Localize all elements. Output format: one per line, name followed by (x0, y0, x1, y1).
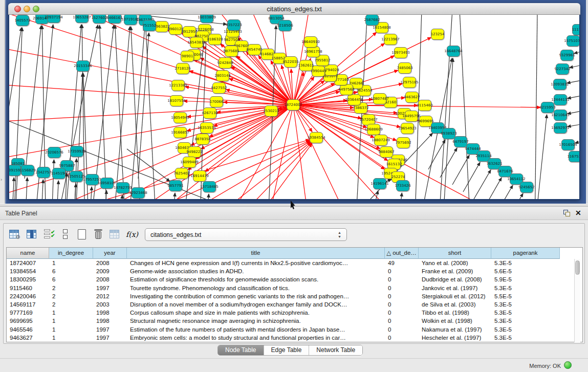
graph-node[interactable]: 9498222 (188, 146, 201, 158)
delete-trash-icon[interactable] (92, 228, 105, 241)
graph-node[interactable]: 9329961 (560, 50, 574, 61)
row-checklist-icon[interactable]: ✔ ✔ (43, 228, 56, 241)
graph-node[interactable]: 9242848 (219, 57, 232, 69)
graph-node[interactable]: 8938923 (442, 128, 455, 139)
graph-node[interactable]: 16961758 (307, 46, 320, 57)
graph-node[interactable]: 1527602 (93, 15, 106, 24)
table-settings-icon[interactable]: ⚙ (8, 228, 21, 241)
table-row[interactable]: 1456911722003Disruption of a novel membe… (7, 300, 560, 309)
graph-node[interactable]: 9857791 (169, 180, 182, 191)
column-header-short[interactable]: short (419, 248, 491, 259)
graph-node[interactable]: 16958107 (100, 178, 114, 189)
graph-node[interactable]: 12923468 (132, 187, 145, 199)
column-header-title[interactable]: title (127, 248, 385, 259)
graph-node[interactable]: 19166857 (173, 127, 187, 138)
table-row[interactable]: 2242004622012Investigating the contribut… (7, 292, 560, 300)
graph-node[interactable]: 16033809 (200, 15, 213, 23)
graph-node[interactable]: 2587682 (365, 15, 379, 26)
table-row[interactable]: 946554611997Estimation of the future num… (7, 325, 560, 334)
tab-node-table[interactable]: Node Table (218, 345, 264, 355)
table-row[interactable]: 1872400712008Changes of HCN gene express… (7, 259, 560, 267)
network-canvas[interactable]: 1872400779638228960128891295423226058982… (9, 15, 579, 199)
graph-node[interactable]: 15692971 (554, 122, 567, 134)
graph-node[interactable]: 7485063 (398, 62, 411, 74)
table-row[interactable]: 977716911998Corpus callosum shape and si… (7, 309, 560, 317)
column-header-name[interactable]: name (7, 248, 49, 259)
graph-node[interactable]: 98901 (181, 51, 194, 62)
graph-node[interactable]: 17016504 (561, 139, 575, 150)
graph-node[interactable]: 2530217 (265, 105, 278, 117)
table-row[interactable]: 911546021997Tourette syndrome. Phenomeno… (7, 284, 560, 292)
graph-node[interactable]: 18724007 (287, 99, 300, 111)
table-row[interactable]: 1938455462009Genome-wide association stu… (7, 267, 560, 275)
select-columns-icon[interactable] (26, 228, 39, 241)
graph-node[interactable]: 15718485 (203, 181, 216, 192)
window-titlebar[interactable]: citations_edges.txt (8, 3, 580, 15)
graph-node[interactable]: 14196141 (373, 178, 386, 189)
graph-node[interactable]: 20364456 (347, 94, 361, 105)
graph-node[interactable]: 6794028 (324, 64, 338, 76)
graph-node[interactable]: 8454749 (248, 44, 261, 55)
graph-node[interactable]: 18640910 (304, 36, 317, 48)
function-builder-icon[interactable]: f(x) (126, 228, 139, 241)
graph-node[interactable]: 8215953 (541, 102, 554, 113)
memory-status-icon[interactable] (564, 361, 572, 369)
new-document-icon[interactable] (76, 228, 89, 241)
graph-node[interactable]: 1156829 (21, 165, 34, 176)
graph-node[interactable]: 1145194 (52, 168, 66, 179)
column-header-year[interactable]: year (93, 248, 127, 259)
scrollbar-thumb[interactable] (575, 260, 580, 275)
merge-rows-icon[interactable] (59, 228, 73, 241)
graph-node[interactable]: 12444131 (554, 94, 567, 105)
graph-node[interactable]: 10688609 (367, 124, 380, 135)
table-scrollbar[interactable] (574, 259, 580, 342)
graph-node[interactable]: 10719185 (124, 15, 137, 25)
graph-node[interactable]: 17957253 (85, 174, 99, 185)
graph-node[interactable]: 9463627 (405, 92, 419, 103)
float-panel-icon[interactable] (563, 210, 571, 217)
graph-node[interactable]: 16353534 (200, 122, 213, 134)
table-row[interactable]: 1830029562008Estimation of significance … (7, 275, 560, 283)
graph-node[interactable]: 751552 (143, 20, 156, 31)
graph-node[interactable]: 10807487 (373, 93, 386, 104)
graph-node[interactable]: 8267130 (203, 107, 216, 119)
column-header-out_de[interactable]: △ out_de… (385, 248, 419, 259)
graph-node[interactable]: 12505125 (70, 171, 83, 182)
graph-node[interactable]: 9245652 (520, 182, 533, 193)
graph-node[interactable]: 111746 (572, 24, 579, 35)
graph-node[interactable]: 16914479 (193, 170, 206, 182)
graph-node[interactable]: 7625402 (175, 168, 188, 179)
graph-node[interactable]: 8357223 (227, 19, 241, 31)
graph-node[interactable]: 12213967 (384, 34, 397, 45)
graph-node[interactable]: 16210643 (554, 110, 567, 121)
graph-node[interactable]: 8912954 (183, 26, 196, 37)
tab-edge-table[interactable]: Edge Table (264, 345, 310, 355)
graph-node[interactable]: 19654923 (401, 123, 414, 134)
graph-node[interactable]: 20153346 (76, 60, 90, 72)
graph-node[interactable]: 18054943 (173, 112, 187, 123)
graph-node[interactable]: 7963822 (155, 21, 168, 32)
graph-node[interactable]: 1405572 (16, 15, 29, 26)
graph-node[interactable]: 16543812 (190, 37, 203, 48)
column-header-pagerank[interactable]: pagerank (491, 248, 560, 259)
graph-node[interactable]: 15751074 (567, 35, 579, 47)
panel-collapse-icon[interactable]: › (1, 177, 2, 182)
graph-node[interactable]: 12975185 (403, 77, 416, 88)
graph-node[interactable]: 123254 (431, 29, 444, 40)
graph-node[interactable]: 9218506 (278, 20, 292, 31)
graph-node[interactable]: 2803144 (216, 70, 229, 81)
graph-node[interactable]: 1167533 (569, 151, 579, 162)
graph-node[interactable]: 17359928 (70, 146, 83, 157)
graph-node[interactable]: 10653287 (75, 15, 89, 23)
graph-node[interactable]: 14495796 (405, 111, 418, 122)
graph-node[interactable]: 20937194 (47, 15, 60, 23)
graph-node[interactable]: 2342757 (37, 167, 50, 178)
graph-node[interactable]: 2718126 (176, 63, 189, 74)
graph-node[interactable]: 170066 (210, 96, 223, 107)
graph-node[interactable]: 12213389 (171, 80, 185, 91)
column-header-in_degree[interactable]: in_degree (49, 248, 93, 259)
graph-node[interactable]: 16099489 (183, 157, 196, 168)
graph-node[interactable]: 8878354 (196, 134, 209, 145)
graph-node[interactable]: 9875685 (225, 46, 238, 57)
graph-node[interactable]: 7975692 (397, 137, 410, 148)
